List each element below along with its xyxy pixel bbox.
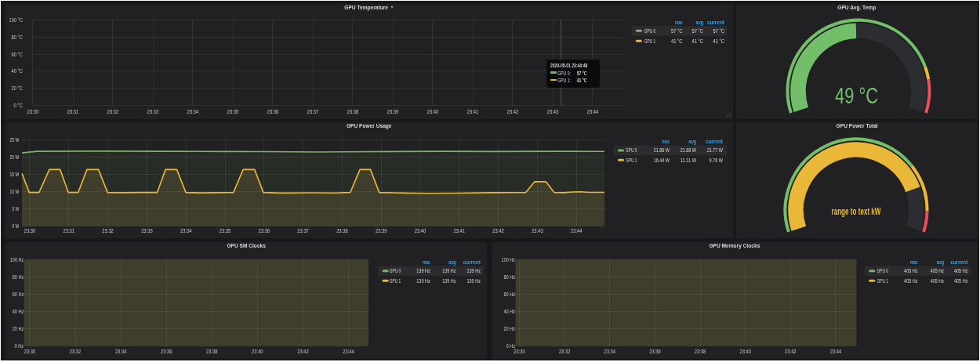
- svg-text:GPU 0: GPU 0: [877, 268, 888, 273]
- svg-text:405 Hz: 405 Hz: [954, 268, 968, 273]
- svg-text:0 W: 0 W: [13, 223, 20, 229]
- svg-text:23:39: 23:39: [387, 109, 399, 114]
- svg-text:max: max: [910, 259, 917, 265]
- svg-text:max: max: [662, 139, 670, 144]
- svg-text:0 °C: 0 °C: [13, 103, 23, 108]
- svg-text:139 Hz: 139 Hz: [416, 277, 430, 283]
- svg-text:GPU 0: GPU 0: [390, 268, 401, 273]
- svg-text:23:30: 23:30: [24, 228, 36, 233]
- svg-text:5 W: 5 W: [13, 206, 20, 212]
- svg-text:23:39: 23:39: [376, 228, 387, 233]
- svg-text:GPU 0: GPU 0: [644, 28, 656, 34]
- svg-text:139 Hz: 139 Hz: [416, 268, 430, 273]
- svg-text:23:36: 23:36: [161, 348, 172, 353]
- svg-text:80 Hz: 80 Hz: [503, 274, 515, 280]
- svg-text:11.11 W: 11.11 W: [681, 157, 697, 163]
- svg-text:100 °C: 100 °C: [9, 17, 23, 23]
- svg-text:max: max: [675, 20, 682, 25]
- svg-text:23:30: 23:30: [514, 348, 525, 353]
- svg-text:23:32: 23:32: [107, 109, 119, 114]
- svg-text:139 Hz: 139 Hz: [442, 277, 456, 283]
- svg-text:25 W: 25 W: [10, 137, 20, 143]
- svg-text:23:44: 23:44: [343, 348, 354, 353]
- svg-text:23:38: 23:38: [336, 228, 348, 233]
- svg-text:405 Hz: 405 Hz: [930, 268, 944, 273]
- svg-text:23:35: 23:35: [227, 109, 239, 114]
- svg-text:GPU 1: GPU 1: [626, 157, 637, 163]
- svg-text:21.77 W: 21.77 W: [707, 147, 724, 153]
- svg-text:20 W: 20 W: [10, 154, 20, 160]
- svg-text:23:36: 23:36: [649, 348, 661, 353]
- svg-text:avg: avg: [696, 20, 703, 26]
- svg-text:23:44: 23:44: [571, 228, 583, 233]
- svg-text:41 °C: 41 °C: [671, 38, 683, 44]
- svg-text:GPU 1: GPU 1: [644, 38, 656, 44]
- svg-text:avg: avg: [936, 259, 943, 266]
- svg-text:23:30: 23:30: [27, 109, 39, 114]
- svg-text:405 Hz: 405 Hz: [930, 277, 944, 283]
- svg-text:40 °C: 40 °C: [12, 68, 24, 74]
- svg-text:23:34: 23:34: [180, 228, 192, 233]
- svg-text:60 Hz: 60 Hz: [13, 291, 24, 297]
- svg-text:23:44: 23:44: [587, 109, 599, 114]
- svg-text:23:42: 23:42: [297, 348, 309, 353]
- svg-text:40 Hz: 40 Hz: [503, 309, 515, 314]
- svg-text:139 Hz: 139 Hz: [442, 268, 456, 273]
- svg-text:23:40: 23:40: [739, 348, 751, 353]
- svg-text:23:42: 23:42: [507, 109, 519, 114]
- svg-text:23:31: 23:31: [67, 109, 79, 114]
- svg-text:60 Hz: 60 Hz: [503, 291, 515, 297]
- svg-text:9.76 W: 9.76 W: [710, 157, 724, 163]
- svg-text:current: current: [950, 259, 968, 265]
- svg-text:139 Hz: 139 Hz: [467, 277, 481, 283]
- svg-text:23:40: 23:40: [415, 228, 426, 233]
- svg-text:avg: avg: [448, 259, 456, 266]
- svg-text:23:44: 23:44: [829, 348, 841, 353]
- svg-text:139 Hz: 139 Hz: [467, 268, 481, 273]
- svg-text:23:40: 23:40: [427, 109, 439, 114]
- svg-text:100 Hz: 100 Hz: [10, 257, 24, 262]
- svg-text:23:37: 23:37: [307, 109, 319, 114]
- svg-text:23:38: 23:38: [347, 109, 359, 114]
- svg-text:23:32: 23:32: [558, 348, 570, 353]
- svg-text:23:34: 23:34: [604, 348, 615, 353]
- svg-text:23:38: 23:38: [206, 348, 218, 353]
- svg-text:41 °C: 41 °C: [713, 38, 725, 44]
- svg-text:60 °C: 60 °C: [12, 52, 24, 57]
- svg-text:23:31: 23:31: [64, 228, 75, 233]
- svg-text:20 °C: 20 °C: [12, 85, 24, 91]
- svg-text:0 Hz: 0 Hz: [15, 343, 24, 349]
- svg-text:41 °C: 41 °C: [692, 38, 704, 44]
- svg-text:23:37: 23:37: [297, 228, 309, 233]
- svg-text:405 Hz: 405 Hz: [954, 277, 968, 283]
- svg-text:57 °C: 57 °C: [713, 28, 725, 34]
- svg-text:49 °C: 49 °C: [835, 83, 878, 108]
- svg-text:20 Hz: 20 Hz: [503, 326, 515, 331]
- svg-text:23:42: 23:42: [785, 348, 797, 353]
- svg-text:10 W: 10 W: [10, 189, 20, 194]
- svg-text:23:36: 23:36: [259, 228, 270, 233]
- svg-text:23:43: 23:43: [547, 109, 559, 114]
- svg-text:23:40: 23:40: [252, 348, 263, 353]
- svg-text:current: current: [706, 139, 724, 144]
- svg-text:405 Hz: 405 Hz: [904, 268, 918, 273]
- svg-text:80 Hz: 80 Hz: [13, 274, 24, 280]
- svg-text:range to text kW: range to text kW: [832, 206, 881, 217]
- svg-text:20 Hz: 20 Hz: [13, 326, 24, 331]
- svg-text:23:35: 23:35: [220, 228, 231, 233]
- svg-text:21.68 W: 21.68 W: [681, 147, 697, 153]
- svg-text:23:33: 23:33: [141, 228, 153, 233]
- svg-text:GPU 0: GPU 0: [626, 147, 637, 153]
- svg-text:current: current: [463, 259, 481, 265]
- svg-text:15 W: 15 W: [10, 172, 20, 177]
- svg-text:405 Hz: 405 Hz: [904, 277, 918, 283]
- svg-text:40 Hz: 40 Hz: [13, 309, 24, 314]
- svg-text:23:34: 23:34: [187, 109, 199, 114]
- svg-text:80 °C: 80 °C: [12, 34, 24, 40]
- svg-text:max: max: [423, 259, 430, 265]
- svg-text:100 Hz: 100 Hz: [501, 257, 515, 262]
- svg-text:57 °C: 57 °C: [671, 28, 683, 34]
- svg-text:GPU 1: GPU 1: [877, 277, 888, 283]
- svg-text:57 °C: 57 °C: [692, 28, 704, 34]
- svg-text:23:34: 23:34: [115, 348, 127, 353]
